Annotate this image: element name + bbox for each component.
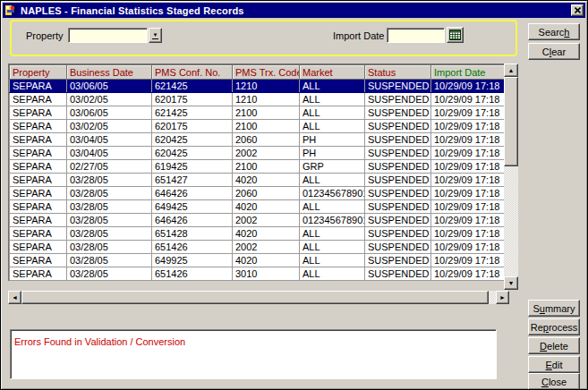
table-cell[interactable]: SUSPENDED <box>365 133 431 147</box>
table-row[interactable]: SEPARA03/04/056204252002PHSUSPENDED10/29… <box>10 147 506 160</box>
table-cell[interactable]: 2100 <box>233 120 300 133</box>
table-cell[interactable]: SEPARA <box>10 267 67 281</box>
table-cell[interactable]: 2060 <box>233 133 300 147</box>
table-cell[interactable]: 03/28/05 <box>67 214 152 227</box>
table-cell[interactable]: SUSPENDED <box>365 241 431 254</box>
table-row[interactable]: SEPARA03/02/056201751210ALLSUSPENDED10/2… <box>10 93 506 106</box>
table-cell[interactable]: ALL <box>300 241 365 254</box>
table-cell[interactable]: 4020 <box>233 200 300 214</box>
table-row[interactable]: SEPARA03/28/056499254020ALLSUSPENDED10/2… <box>10 254 506 267</box>
table-cell[interactable]: SEPARA <box>10 174 67 187</box>
table-cell[interactable]: 10/29/09 17:18 <box>431 120 506 133</box>
table-cell[interactable]: 10/29/09 17:18 <box>431 241 506 254</box>
table-cell[interactable]: 1210 <box>233 93 300 106</box>
scroll-up-button[interactable]: ▲ <box>504 64 518 77</box>
table-cell[interactable]: 649925 <box>152 254 233 267</box>
calendar-button[interactable] <box>447 27 464 43</box>
table-cell[interactable]: SUSPENDED <box>365 106 431 120</box>
table-cell[interactable]: 620175 <box>152 93 233 106</box>
table-cell[interactable]: SEPARA <box>10 200 67 214</box>
table-cell[interactable]: ALL <box>300 174 365 187</box>
table-cell[interactable]: SEPARA <box>10 160 67 174</box>
table-cell[interactable]: GRP <box>300 160 365 174</box>
table-cell[interactable]: ALL <box>300 227 365 241</box>
table-cell[interactable]: 03/28/05 <box>67 227 152 241</box>
table-cell[interactable]: 10/29/09 17:18 <box>431 80 506 93</box>
horizontal-scrollbar[interactable]: ◄ ► <box>8 291 509 304</box>
table-cell[interactable]: 2100 <box>233 106 300 120</box>
scroll-down-button[interactable]: ▼ <box>504 276 518 290</box>
table-cell[interactable]: 1210 <box>233 80 300 93</box>
table-cell[interactable]: ALL <box>300 267 365 281</box>
table-cell[interactable]: 03/02/05 <box>67 120 152 133</box>
table-cell[interactable]: 4020 <box>233 174 300 187</box>
table-cell[interactable]: 03/28/05 <box>67 200 152 214</box>
table-row[interactable]: SEPARA03/28/056514284020ALLSUSPENDED10/2… <box>10 227 506 241</box>
table-row[interactable]: SEPARA03/28/056514274020ALLSUSPENDED10/2… <box>10 174 506 187</box>
table-cell[interactable]: SUSPENDED <box>365 80 431 93</box>
table-cell[interactable]: SEPARA <box>10 241 67 254</box>
table-cell[interactable]: 646426 <box>152 187 233 200</box>
table-cell[interactable]: SUSPENDED <box>365 227 431 241</box>
table-row[interactable]: SEPARA03/28/056514262002ALLSUSPENDED10/2… <box>10 241 506 254</box>
table-cell[interactable]: 10/29/09 17:18 <box>431 200 506 214</box>
table-cell[interactable]: 2002 <box>233 214 300 227</box>
scroll-left-button[interactable]: ◄ <box>8 291 21 304</box>
table-cell[interactable]: 10/29/09 17:18 <box>431 227 506 241</box>
property-dropdown-button[interactable]: ▼ <box>149 28 162 43</box>
table-cell[interactable]: 02/27/05 <box>67 160 152 174</box>
table-row[interactable]: SEPARA03/06/056214251210ALLSUSPENDED10/2… <box>10 80 506 93</box>
table-cell[interactable]: ALL <box>300 93 365 106</box>
table-cell[interactable]: 651426 <box>152 267 233 281</box>
table-cell[interactable]: 620425 <box>152 147 233 160</box>
table-cell[interactable]: SEPARA <box>10 214 67 227</box>
table-cell[interactable]: ALL <box>300 120 365 133</box>
table-cell[interactable]: ALL <box>300 254 365 267</box>
table-cell[interactable]: SUSPENDED <box>365 174 431 187</box>
table-cell[interactable]: 10/29/09 17:18 <box>431 160 506 174</box>
table-cell[interactable]: 10/29/09 17:18 <box>431 174 506 187</box>
table-cell[interactable]: 03/28/05 <box>67 267 152 281</box>
table-cell[interactable]: ALL <box>300 200 365 214</box>
table-row[interactable]: SEPARA02/27/056194252100GRPSUSPENDED10/2… <box>10 160 506 174</box>
table-cell[interactable]: 651428 <box>152 227 233 241</box>
table-cell[interactable]: SEPARA <box>10 106 67 120</box>
table-cell[interactable]: 3010 <box>233 267 300 281</box>
table-cell[interactable]: 10/29/09 17:18 <box>431 133 506 147</box>
table-cell[interactable]: SEPARA <box>10 254 67 267</box>
table-cell[interactable]: 10/29/09 17:18 <box>431 187 506 200</box>
table-cell[interactable]: 2060 <box>233 187 300 200</box>
table-cell[interactable]: SEPARA <box>10 147 67 160</box>
table-cell[interactable]: 4020 <box>233 254 300 267</box>
table-cell[interactable]: SUSPENDED <box>365 267 431 281</box>
table-row[interactable]: SEPARA03/28/05646426206001234567890123SU… <box>10 187 506 200</box>
summary-button[interactable]: Summary <box>528 300 580 317</box>
table-cell[interactable]: 10/29/09 17:18 <box>431 106 506 120</box>
table-cell[interactable]: 619425 <box>152 160 233 174</box>
table-cell[interactable]: 10/29/09 17:18 <box>431 214 506 227</box>
edit-button[interactable]: Edit <box>528 356 580 373</box>
table-cell[interactable]: SEPARA <box>10 80 67 93</box>
table-cell[interactable]: 2002 <box>233 241 300 254</box>
table-row[interactable]: SEPARA03/04/056204252060PHSUSPENDED10/29… <box>10 133 506 147</box>
vertical-scrollbar[interactable]: ▲ ▼ <box>504 64 518 290</box>
table-row[interactable]: SEPARA03/28/05646426200201234567890123SU… <box>10 214 506 227</box>
table-cell[interactable]: SUSPENDED <box>365 187 431 200</box>
table-cell[interactable]: 649425 <box>152 200 233 214</box>
table-cell[interactable]: 621425 <box>152 80 233 93</box>
table-cell[interactable]: 646426 <box>152 214 233 227</box>
table-cell[interactable]: 03/28/05 <box>67 254 152 267</box>
table-cell[interactable]: 03/02/05 <box>67 93 152 106</box>
table-cell[interactable]: ALL <box>300 80 365 93</box>
search-button[interactable]: Search <box>528 23 580 40</box>
vertical-scroll-thumb[interactable] <box>504 77 518 166</box>
title-bar[interactable]: NAPLES - Financial Statistics Staged Rec… <box>3 3 585 18</box>
table-cell[interactable]: SUSPENDED <box>365 160 431 174</box>
clear-button[interactable]: Clear <box>528 43 580 60</box>
table-cell[interactable]: 620425 <box>152 133 233 147</box>
table-cell[interactable]: 10/29/09 17:18 <box>431 267 506 281</box>
table-cell[interactable]: ALL <box>300 106 365 120</box>
table-cell[interactable]: 10/29/09 17:18 <box>431 254 506 267</box>
table-cell[interactable]: 03/04/05 <box>67 133 152 147</box>
table-cell[interactable]: SUSPENDED <box>365 200 431 214</box>
